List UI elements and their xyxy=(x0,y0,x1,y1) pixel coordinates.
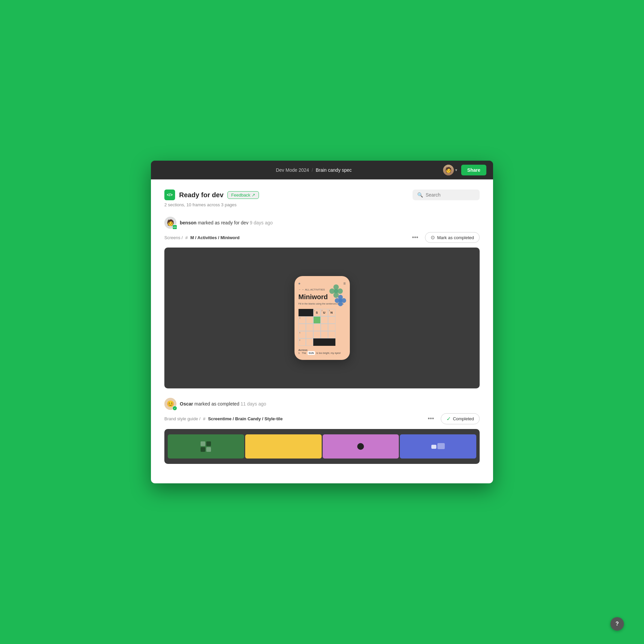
breadcrumb-2: Brand style guide / # Screentime / Brain… xyxy=(164,416,283,421)
cw-cell xyxy=(313,338,321,346)
brand-tile-blue xyxy=(400,434,476,459)
clue-number: 1 xyxy=(299,352,300,355)
completed-label: Completed xyxy=(453,416,474,421)
app-window: Dev Mode 2024 / Brain candy spec 🧑 ▾ Sha… xyxy=(151,161,493,483)
user-avatar-oscar: 😊 ✓ xyxy=(164,398,176,410)
search-input[interactable] xyxy=(426,192,475,198)
cw-cell xyxy=(321,316,328,324)
cw-cell xyxy=(306,309,313,316)
activity-text-2: Oscar marked as completed 11 days ago xyxy=(180,401,266,407)
svg-point-4 xyxy=(334,289,338,293)
avatar: 🧑 xyxy=(443,165,454,175)
cw-cell xyxy=(306,338,313,346)
cw-cell xyxy=(328,338,335,346)
cw-cell xyxy=(306,331,313,338)
cw-cell xyxy=(313,316,321,324)
cw-cell xyxy=(306,316,313,324)
crossword-grid: 1S 2U 3N 4 xyxy=(299,309,346,346)
feedback-button[interactable]: Feedback ↗ xyxy=(227,191,259,199)
activity-text-1: benson marked as ready for dev 9 days ag… xyxy=(180,220,273,225)
more-options-button-2[interactable]: ••• xyxy=(425,414,437,424)
user-name-benson: benson xyxy=(180,220,197,225)
svg-rect-10 xyxy=(431,445,436,449)
breadcrumb-actions-2: ••• ✓ Completed xyxy=(425,413,480,424)
cw-cell: 6 xyxy=(299,338,306,346)
share-button[interactable]: Share xyxy=(461,165,486,175)
brand-logo-svg xyxy=(431,441,445,451)
brand-tile-yellow xyxy=(245,434,322,459)
flower-blue-icon xyxy=(334,294,346,307)
brand-tile-green xyxy=(168,434,244,459)
breadcrumb-1: Screens / # M / Activities / Miniword xyxy=(164,235,239,240)
header-left: </> Ready for dev Feedback ↗ xyxy=(164,190,259,200)
search-icon: 🔍 xyxy=(417,192,423,198)
activity-item-2: 😊 ✓ Oscar marked as completed 11 days ag… xyxy=(164,398,480,464)
cw-cell: 2U xyxy=(321,309,328,316)
help-button[interactable]: ? xyxy=(610,617,624,631)
activity-meta-1: 🧑 </> benson marked as ready for dev 9 d… xyxy=(164,217,480,229)
cw-cell: 4 xyxy=(299,316,306,324)
clue-section: Across xyxy=(299,348,308,352)
cw-cell xyxy=(306,324,313,331)
cw-cell xyxy=(321,331,328,338)
dev-mode-dot: </> xyxy=(172,225,177,229)
cw-cell xyxy=(328,324,335,331)
user-name-oscar: Oscar xyxy=(180,401,193,407)
activity-time-2: 11 days ago xyxy=(240,401,266,407)
titlebar-right: 🧑 ▾ Share xyxy=(443,165,486,175)
breadcrumb-prefix-1: Screens / xyxy=(164,235,183,240)
frame-name-2: Screentime / Brain Candy / Style-tile xyxy=(208,416,283,421)
ready-for-dev-label: Ready for dev xyxy=(179,191,223,199)
back-arrow-icon: ← xyxy=(299,288,301,291)
chevron-down-icon: ▾ xyxy=(455,168,457,172)
cw-cell xyxy=(299,324,306,331)
project-name: Dev Mode 2024 xyxy=(276,167,309,173)
breadcrumb-separator: / xyxy=(312,167,313,173)
brand-cell xyxy=(201,441,205,446)
phone-clue: Across 1 The SUN is too bright, my eyes! xyxy=(299,348,346,355)
activity-item-1: 🧑 </> benson marked as ready for dev 9 d… xyxy=(164,217,480,388)
brand-preview xyxy=(164,429,480,464)
clue-highlight: SUN xyxy=(308,351,315,355)
user-avatar-benson: 🧑 </> xyxy=(164,217,176,229)
cw-cell xyxy=(313,331,321,338)
more-options-button-1[interactable]: ••• xyxy=(409,233,421,243)
subheader: 2 sections, 10 frames across 3 pages xyxy=(164,202,480,207)
completed-dot: ✓ xyxy=(172,406,177,411)
cw-cell xyxy=(321,338,328,346)
file-name: Brain candy spec xyxy=(316,167,352,173)
user-avatar-button[interactable]: 🧑 ▾ xyxy=(443,165,457,175)
breadcrumb-actions-1: ••• ⊙ Mark as completed xyxy=(409,232,480,243)
cw-cell: 3N xyxy=(328,309,335,316)
clue-text-start: The xyxy=(302,352,306,355)
brand-tile-purple xyxy=(323,434,399,459)
feedback-label: Feedback xyxy=(231,193,250,198)
brand-cell xyxy=(206,441,211,446)
titlebar-center: Dev Mode 2024 / Brain candy spec xyxy=(276,167,352,173)
titlebar: Dev Mode 2024 / Brain candy spec 🧑 ▾ Sha… xyxy=(151,161,493,179)
phone-mockup: ≡ ← ← ALL ACTIVITIES Miniword xyxy=(294,276,350,360)
clue-text-end: is too bright, my eyes! xyxy=(316,352,341,355)
brand-cell xyxy=(206,447,211,452)
mark-completed-label: Mark as completed xyxy=(437,235,474,240)
breadcrumb-row-1: Screens / # M / Activities / Miniword ••… xyxy=(164,232,480,243)
breadcrumb-row-2: Brand style guide / # Screentime / Brain… xyxy=(164,413,480,424)
activity-time-1: 9 days ago xyxy=(250,220,273,225)
cw-cell: 5 xyxy=(299,331,306,338)
frame-icon-1: # xyxy=(184,235,189,240)
mark-completed-button[interactable]: ⊙ Mark as completed xyxy=(425,232,480,243)
svg-rect-11 xyxy=(437,443,445,449)
frame-icon-2: # xyxy=(202,416,207,421)
cw-cell xyxy=(299,309,306,316)
frame-name-1: M / Activities / Miniword xyxy=(190,235,239,240)
check-filled-icon: ✓ xyxy=(446,416,451,422)
content-area: </> Ready for dev Feedback ↗ 🔍 2 section… xyxy=(151,179,493,483)
breadcrumb-prefix-2: Brand style guide / xyxy=(164,416,201,421)
dev-mode-icon: </> xyxy=(164,190,175,200)
brand-cell xyxy=(201,447,205,452)
completed-button[interactable]: ✓ Completed xyxy=(441,413,480,424)
frame-preview-1: ≡ ← ← ALL ACTIVITIES Miniword xyxy=(164,248,480,388)
search-box[interactable]: 🔍 xyxy=(413,190,480,200)
check-circle-icon: ⊙ xyxy=(431,234,435,240)
external-link-icon: ↗ xyxy=(252,193,255,198)
